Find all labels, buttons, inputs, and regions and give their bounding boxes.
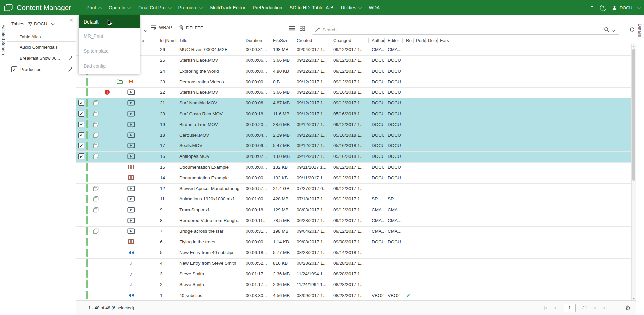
- search-icon[interactable]: [604, 27, 609, 32]
- user-menu[interactable]: DOCU: [612, 5, 640, 10]
- delete-button[interactable]: DELETE: [179, 25, 203, 30]
- list-view-icon[interactable]: [289, 26, 295, 31]
- print-menu-item-sp-template[interactable]: Sp.template: [79, 43, 140, 58]
- col-duration[interactable]: Duration: [241, 36, 269, 45]
- row-checkbox-cell[interactable]: [76, 248, 85, 257]
- col-id[interactable]: Id (Numb: [153, 36, 177, 45]
- menu-wda[interactable]: WDA: [365, 0, 384, 15]
- first-page-icon[interactable]: |<: [544, 305, 547, 310]
- faceted-search-panel-tab[interactable]: Faceted Search: [0, 15, 8, 315]
- sidebar-item-production[interactable]: ✓Production: [7, 64, 76, 75]
- table-row[interactable]: ✓17Seals.MOV00:00:09...5.47 MB09/12/2017…: [76, 141, 631, 152]
- vertical-scrollbar[interactable]: ▲ ▼: [631, 44, 636, 301]
- table-checkbox[interactable]: ✓: [11, 66, 17, 72]
- col-ears[interactable]: Ears: [437, 36, 631, 45]
- col-created[interactable]: Created: [293, 36, 330, 45]
- row-checkbox[interactable]: ✓: [78, 153, 84, 159]
- row-checkbox-cell[interactable]: ✓: [76, 130, 85, 139]
- table-row[interactable]: 14Documentation Example00:03:00...132 KB…: [76, 173, 631, 184]
- table-row[interactable]: ♪3Steve Smith00:01:17...2.36 MB11/24/199…: [76, 269, 631, 280]
- col-author[interactable]: Author: [368, 36, 384, 45]
- row-checkbox-cell[interactable]: [76, 205, 85, 214]
- table-row[interactable]: ✓18Carousel.MOV00:00:04...2.29 MB09/12/2…: [76, 130, 631, 141]
- menu-premiere[interactable]: Premiere: [175, 0, 207, 15]
- table-row[interactable]: ✓20Surf Costa Rica.MOV00:00:18...11.6 MB…: [76, 109, 631, 120]
- table-row[interactable]: 5New Entry from 40 subclips00:06:18...5.…: [76, 248, 631, 259]
- table-row[interactable]: 25Starfish Dace.MOV00:00:06...3.66 MB09/…: [76, 56, 631, 66]
- row-checkbox[interactable]: ✓: [78, 122, 84, 127]
- row-checkbox-cell[interactable]: ✓: [76, 120, 85, 129]
- menu-preproduction[interactable]: PreProduction: [249, 0, 286, 15]
- details-panel-tab[interactable]: Details: [636, 15, 644, 315]
- table-row[interactable]: !22Starfish Dace.MOV00:00:06...3.66 MB09…: [76, 88, 631, 98]
- menu-utilities[interactable]: Utilities: [337, 0, 365, 15]
- row-checkbox-cell[interactable]: [76, 259, 85, 268]
- menu-multitrack-editor[interactable]: MultiTrack Editor: [206, 0, 249, 15]
- wrap-button[interactable]: WRAP: [151, 25, 172, 30]
- row-checkbox-cell[interactable]: [76, 227, 85, 236]
- export-icon[interactable]: [590, 5, 594, 10]
- row-checkbox-cell[interactable]: [76, 163, 85, 172]
- table-row[interactable]: 6Flying in the trees00:00:00...1.14 KB09…: [76, 237, 631, 248]
- row-checkbox[interactable]: ✓: [78, 111, 84, 117]
- col-del[interactable]: Delet: [425, 36, 437, 45]
- grid-view-icon[interactable]: [300, 26, 305, 31]
- search-input[interactable]: [320, 27, 604, 32]
- row-checkbox-cell[interactable]: [76, 88, 85, 97]
- menu-final-cut-pro[interactable]: Final Cut Pro: [135, 0, 175, 15]
- row-checkbox-cell[interactable]: ✓: [76, 141, 85, 150]
- print-menu-item-bad-config[interactable]: Bad config: [79, 58, 140, 74]
- help-icon[interactable]: ?: [600, 5, 606, 11]
- table-row[interactable]: 7Bridge across the Isar00:00:31...198 MB…: [76, 227, 631, 237]
- col-changed[interactable]: Changed: [330, 36, 368, 45]
- row-checkbox-cell[interactable]: ✓: [76, 109, 85, 118]
- table-row[interactable]: ♪2Steve Smith00:01:17...2.36 MB11/24/199…: [76, 280, 631, 291]
- table-row[interactable]: 23Demonstration Videos00:00:00...0 B09/1…: [76, 77, 631, 88]
- row-checkbox-cell[interactable]: [76, 184, 85, 193]
- table-row[interactable]: 12Stewed Apricot Manufacturing00:50:57..…: [76, 184, 631, 194]
- row-checkbox-cell[interactable]: ✓: [76, 152, 85, 161]
- sidebar-item-audio-commercials[interactable]: Audio Commercials: [7, 42, 76, 53]
- row-checkbox-cell[interactable]: [76, 194, 85, 204]
- table-filter-dropdown[interactable]: DOCU: [28, 21, 54, 26]
- settings-gear-icon[interactable]: ⚙: [625, 304, 631, 312]
- row-checkbox-cell[interactable]: [76, 237, 85, 246]
- table-row[interactable]: ♪4New Entry from Steve Smith00:00:52...8…: [76, 259, 631, 269]
- next-page-icon[interactable]: >: [594, 305, 596, 310]
- table-row[interactable]: 15Documentation Example00:03:00...132 KB…: [76, 163, 631, 173]
- search-options-chevron-icon[interactable]: [612, 27, 615, 33]
- table-row[interactable]: 24Exploring the World00:00:00...4.80 KB0…: [76, 66, 631, 77]
- table-row[interactable]: 11Animations 1920x1080.mxf00:01:00...428…: [76, 194, 631, 205]
- row-checkbox-cell[interactable]: [76, 77, 85, 86]
- row-checkbox[interactable]: ✓: [78, 143, 84, 148]
- prev-page-icon[interactable]: <: [554, 305, 557, 310]
- table-row[interactable]: 9Tram Stop.mxf00:00:18...129 MB08/03/201…: [76, 205, 631, 216]
- row-checkbox-cell[interactable]: [76, 290, 85, 300]
- row-checkbox[interactable]: ✓: [78, 132, 84, 138]
- row-checkbox[interactable]: ✓: [78, 100, 84, 106]
- print-menu-item-mr-print[interactable]: MR_Print: [79, 28, 140, 43]
- saved-search-icon[interactable]: [315, 27, 320, 32]
- table-row[interactable]: ✓19Bird in a Tree.MOV00:00:20...28.6 MB0…: [76, 120, 631, 131]
- table-row[interactable]: 8Rendered Video from Rough...00:00:11...…: [76, 216, 631, 227]
- close-icon[interactable]: ✕: [69, 17, 74, 24]
- col-title[interactable]: Title: [177, 36, 241, 45]
- hidden-button-chevron-icon[interactable]: [142, 27, 147, 33]
- row-checkbox-cell[interactable]: [76, 216, 85, 225]
- col-read[interactable]: Read: [402, 36, 413, 45]
- menu-sd-to-hd-table-a-b[interactable]: SD to HD_Table: A-B: [286, 0, 337, 15]
- table-row[interactable]: ✓16Antilopes.MOV00:00:07...13.0 MB09/12/…: [76, 152, 631, 163]
- table-row[interactable]: 26MUC River_00004.MXF00:00:31...198 MB09…: [76, 45, 631, 56]
- print-menu-item-default[interactable]: Default: [79, 15, 140, 28]
- page-number-input[interactable]: 1: [564, 304, 576, 312]
- col-perf[interactable]: Perfe: [413, 36, 425, 45]
- row-checkbox-cell[interactable]: [76, 269, 85, 278]
- table-row[interactable]: 140 subclips00:03:30...4.56 MB08/09/2017…: [76, 290, 631, 301]
- refresh-icon[interactable]: [629, 27, 635, 32]
- row-checkbox-cell[interactable]: ✓: [76, 98, 85, 107]
- col-filesize[interactable]: FileSize: [269, 36, 293, 45]
- row-checkbox-cell[interactable]: [76, 280, 85, 289]
- scrollbar-thumb[interactable]: [632, 49, 635, 181]
- last-page-icon[interactable]: >|: [603, 305, 607, 310]
- menu-print[interactable]: Print: [83, 0, 105, 15]
